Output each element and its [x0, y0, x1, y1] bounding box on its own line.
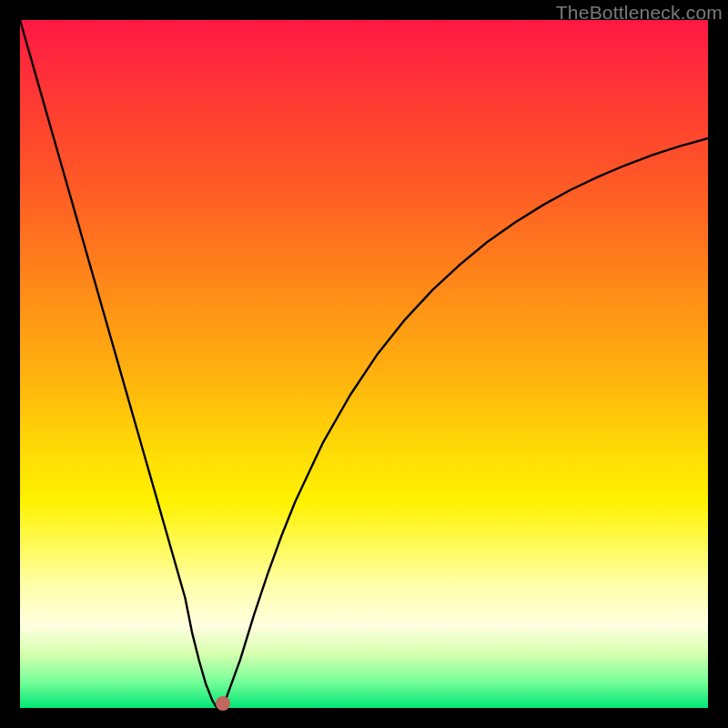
watermark-text: TheBottleneck.com: [556, 2, 723, 24]
chart-container: TheBottleneck.com: [0, 0, 728, 728]
chart-gradient-background: [20, 20, 708, 708]
